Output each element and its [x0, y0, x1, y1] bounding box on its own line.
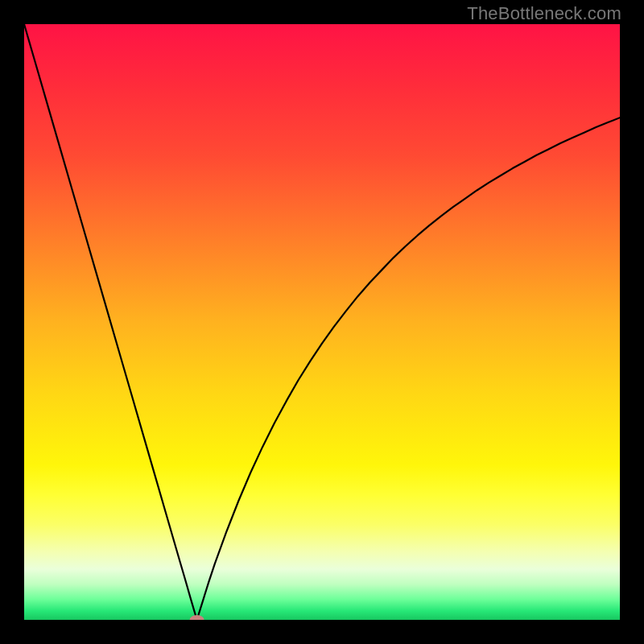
chart-svg: [24, 24, 620, 620]
chart-frame: TheBottleneck.com: [0, 0, 644, 644]
plot-area: [24, 24, 620, 620]
gradient-background: [24, 24, 620, 620]
watermark-text: TheBottleneck.com: [467, 3, 621, 24]
